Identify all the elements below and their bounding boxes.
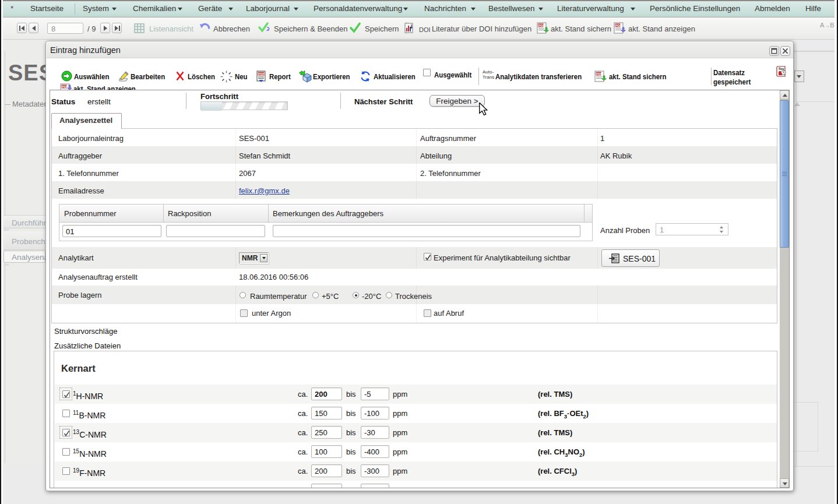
svg-text:PDF: PDF bbox=[258, 72, 265, 76]
svg-text:Req: Req bbox=[779, 68, 784, 71]
svg-text:PDF: PDF bbox=[538, 24, 545, 27]
svg-text:PDF: PDF bbox=[615, 24, 622, 27]
svg-text:PDF: PDF bbox=[596, 72, 603, 76]
